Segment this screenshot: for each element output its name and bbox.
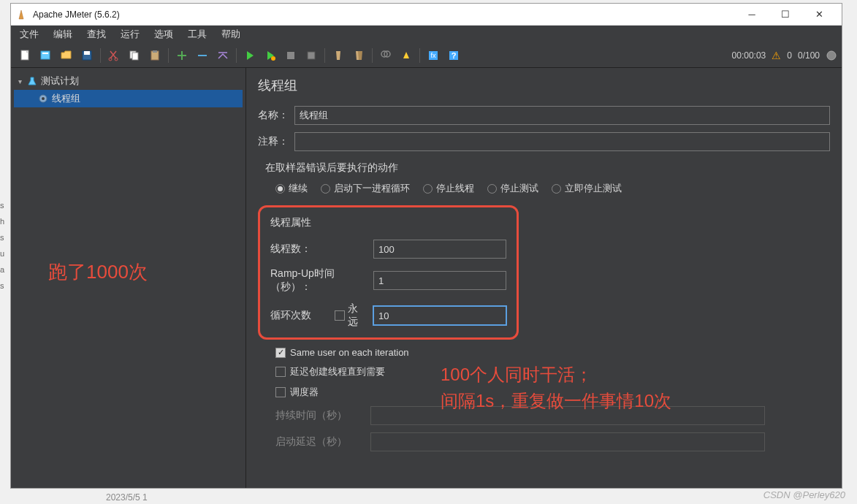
clear-icon[interactable]: [330, 47, 347, 64]
save-icon[interactable]: [78, 47, 96, 64]
startup-delay-input: [370, 432, 765, 451]
svg-rect-8: [132, 53, 138, 60]
copy-icon[interactable]: [126, 47, 143, 64]
startup-delay-label: 启动延迟（秒）: [275, 435, 370, 448]
radio-stop-thread[interactable]: 停止线程: [423, 182, 474, 195]
menu-help[interactable]: 帮助: [218, 26, 243, 42]
name-input[interactable]: [294, 106, 830, 125]
open-icon[interactable]: [58, 47, 75, 64]
threads-label: 线程数：: [270, 243, 373, 256]
jmeter-icon: [17, 9, 28, 20]
maximize-button[interactable]: ☐: [769, 4, 802, 26]
radio-stop-test[interactable]: 停止测试: [487, 182, 538, 195]
stop-icon[interactable]: [282, 47, 300, 64]
annotation-left: 跑了1000次: [48, 259, 148, 285]
comment-label: 注释：: [258, 135, 289, 148]
svg-rect-10: [153, 50, 157, 53]
svg-rect-4: [84, 51, 90, 55]
flask-icon: [26, 75, 38, 87]
tree-item-label: 线程组: [52, 92, 80, 105]
cut-icon[interactable]: [105, 47, 123, 64]
help-icon[interactable]: ?: [445, 47, 462, 64]
menu-tools[interactable]: 工具: [185, 26, 210, 42]
gear-icon: [37, 93, 49, 104]
error-action-label: 在取样器错误后要执行的动作: [265, 161, 830, 175]
close-button[interactable]: ✕: [802, 4, 836, 26]
thread-props-title: 线程属性: [270, 216, 506, 229]
main-panel: 线程组 名称： 注释： 在取样器错误后要执行的动作 继续 启动下一进程循环 停止…: [246, 68, 842, 488]
clear-all-icon[interactable]: [350, 47, 367, 64]
rampup-input[interactable]: [373, 271, 506, 290]
rampup-label: Ramp-Up时间（秒）：: [270, 267, 373, 294]
svg-rect-1: [41, 51, 50, 59]
menu-file[interactable]: 文件: [17, 26, 42, 42]
templates-icon[interactable]: [37, 47, 55, 64]
threads-input[interactable]: [373, 240, 506, 259]
shutdown-icon[interactable]: [302, 47, 320, 64]
svg-text:fx: fx: [430, 52, 436, 59]
window-title: Apache JMeter (5.6.2): [33, 9, 735, 20]
toggle-icon[interactable]: [214, 47, 232, 64]
function-helper-icon[interactable]: fx: [424, 47, 442, 64]
thread-properties-box: 线程属性 线程数： Ramp-Up时间（秒）： 循环次数 永远: [258, 205, 519, 340]
svg-text:?: ?: [452, 51, 457, 60]
loop-input[interactable]: [373, 306, 506, 325]
menu-edit[interactable]: 编辑: [50, 26, 75, 42]
error-action-radios: 继续 启动下一进程循环 停止线程 停止测试 立即停止测试: [275, 182, 830, 195]
search-icon[interactable]: [377, 47, 395, 64]
svg-point-20: [827, 51, 836, 60]
svg-point-22: [42, 97, 45, 100]
radio-stop-now[interactable]: 立即停止测试: [552, 182, 622, 195]
start-icon[interactable]: [241, 47, 259, 64]
panel-title: 线程组: [258, 77, 830, 94]
reset-search-icon[interactable]: [397, 47, 415, 64]
annotation-right: 100个人同时干活； 间隔1s，重复做一件事情10次: [441, 362, 671, 414]
watermark: CSDN @Perley620: [763, 489, 845, 500]
new-icon[interactable]: [17, 47, 34, 64]
error-count: 0: [787, 50, 792, 61]
running-indicator-icon: [826, 50, 837, 61]
paste-icon[interactable]: [146, 47, 164, 64]
toolbar: fx ? 00:00:03 ⚠ 0 0/100: [11, 43, 842, 68]
forever-checkbox[interactable]: 永远: [335, 302, 367, 329]
svg-rect-13: [308, 52, 315, 59]
menu-run[interactable]: 运行: [118, 26, 142, 42]
warning-icon[interactable]: ⚠: [772, 50, 781, 61]
same-user-checkbox[interactable]: Same user on each iteration: [275, 347, 830, 358]
svg-rect-12: [287, 52, 294, 59]
duration-label: 持续时间（秒）: [275, 409, 370, 422]
radio-continue[interactable]: 继续: [275, 182, 308, 195]
thread-counter: 0/100: [798, 50, 820, 61]
radio-next-loop[interactable]: 启动下一进程循环: [321, 182, 410, 195]
timer-display: 00:00:03: [732, 50, 766, 61]
bottom-date: 2023/5/5 1: [106, 492, 148, 503]
name-label: 名称：: [258, 109, 289, 122]
menu-options[interactable]: 选项: [151, 26, 176, 42]
svg-point-11: [271, 56, 275, 61]
minimize-button[interactable]: ─: [735, 4, 769, 26]
tree-root-label: 测试计划: [41, 75, 79, 88]
menu-search[interactable]: 查找: [84, 26, 109, 42]
start-no-pause-icon[interactable]: [262, 47, 279, 64]
svg-rect-2: [42, 53, 48, 54]
comment-input[interactable]: [294, 132, 830, 151]
collapse-icon[interactable]: [194, 47, 211, 64]
titlebar: Apache JMeter (5.6.2) ─ ☐ ✕: [11, 4, 842, 26]
chevron-down-icon[interactable]: ▾: [18, 77, 22, 85]
expand-icon[interactable]: [173, 47, 191, 64]
loop-label: 循环次数: [270, 309, 335, 322]
tree-root-testplan[interactable]: ▾ 测试计划: [14, 72, 243, 90]
tree-item-threadgroup[interactable]: 线程组: [14, 90, 243, 107]
menubar: 文件 编辑 查找 运行 选项 工具 帮助: [11, 26, 842, 43]
